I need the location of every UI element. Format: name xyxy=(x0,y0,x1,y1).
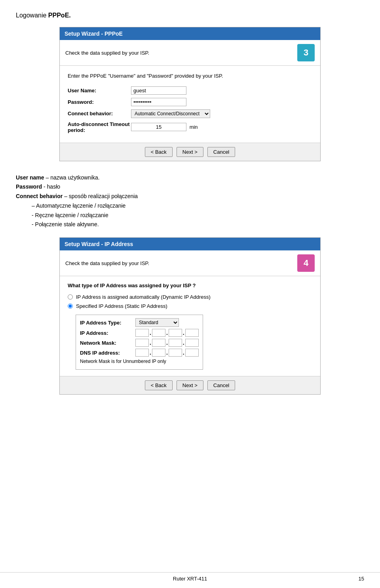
ip-dynamic-row[interactable]: IP Address is assigned automatically (Dy… xyxy=(68,294,312,300)
ip-top-bar: Check the data supplied by your ISP. 4 xyxy=(60,250,320,276)
pppoe-timeout-input[interactable] xyxy=(131,123,186,131)
desc-line4: – Automatyczne łączenie / rozłączanie xyxy=(16,201,364,211)
pppoe-connect-behavior-label: Connect behavior: xyxy=(68,111,131,116)
ip-dot3: . xyxy=(183,330,184,336)
footer-title: Ruter XRT-411 xyxy=(0,576,380,582)
ip-netmask-octet1[interactable] xyxy=(135,339,149,347)
pppoe-wizard-header: Setup Wizard - PPPoE xyxy=(60,27,320,40)
pppoe-header-label: Setup Wizard - PPPoE xyxy=(65,31,123,37)
footer-page-number: 15 xyxy=(359,576,364,582)
ip-netmask-fields: . . . xyxy=(135,339,199,347)
ip-dns-octet4[interactable] xyxy=(185,349,199,357)
heading-bold: PPPoE. xyxy=(48,12,71,19)
ip-wizard-box: Setup Wizard - IP Address Check the data… xyxy=(59,237,321,395)
ip-address-octet4[interactable] xyxy=(185,329,199,337)
ip-dns-row: DNS IP address: . . . xyxy=(80,349,199,357)
ip-netmask-octet2[interactable] xyxy=(152,339,165,347)
ip-static-row[interactable]: Specified IP Address (Static IP Address) xyxy=(68,303,312,309)
desc-line5: - Ręczne łączenie / rozłączanie xyxy=(16,211,364,220)
ip-dynamic-radio[interactable] xyxy=(68,294,73,300)
ip-note-row: Network Mask is for Unnumbered IP only xyxy=(80,359,199,364)
pppoe-timeout-unit: min xyxy=(190,124,198,130)
ip-address-octet2[interactable] xyxy=(152,329,165,337)
ip-address-octet1[interactable] xyxy=(135,329,149,337)
pppoe-connect-behavior-value[interactable]: Automatic Connect/Disconnect Manual Conn… xyxy=(131,109,210,118)
ip-address-octet3[interactable] xyxy=(169,329,182,337)
page-heading: Logowanie PPPoE. xyxy=(16,12,364,19)
pppoe-intro-text: Enter the PPPoE "Username" and "Password… xyxy=(68,72,312,80)
pppoe-timeout-value[interactable]: min xyxy=(131,123,198,131)
desc-line3: Connect behavior – sposób realizacji poł… xyxy=(16,192,364,201)
ip-dns-octet3[interactable] xyxy=(169,349,182,357)
pppoe-back-button[interactable]: < Back xyxy=(145,147,173,157)
desc-connect-bold: Connect behavior xyxy=(16,193,63,199)
ip-dot2: . xyxy=(166,330,168,336)
ip-dns-dot3: . xyxy=(183,349,184,356)
desc-password-bold: Password xyxy=(16,183,42,190)
page-footer: Ruter XRT-411 15 xyxy=(0,572,380,582)
pppoe-timeout-row: Auto-disconnect Timeout period: min xyxy=(68,121,312,133)
pppoe-password-row: Password: xyxy=(68,98,312,106)
ip-cancel-button[interactable]: Cancel xyxy=(207,380,235,390)
pppoe-connect-behavior-select[interactable]: Automatic Connect/Disconnect Manual Conn… xyxy=(131,109,210,118)
ip-wizard-body: What type of IP Address was assigned by … xyxy=(60,276,320,376)
desc-connect-rest: – sposób realizacji połączenia xyxy=(63,193,138,199)
ip-netmask-dot1: . xyxy=(150,340,151,346)
ip-netmask-row: Network Mask: . . . xyxy=(80,339,199,347)
ip-wizard-header: Setup Wizard - IP Address xyxy=(60,238,320,250)
ip-static-radio[interactable] xyxy=(68,304,73,309)
ip-header-label: Setup Wizard - IP Address xyxy=(65,241,133,247)
ip-next-button[interactable]: Next > xyxy=(177,380,203,390)
ip-dns-fields: . . . xyxy=(135,349,199,357)
ip-netmask-octet4[interactable] xyxy=(185,339,199,347)
ip-dns-dot1: . xyxy=(150,349,151,356)
pppoe-cancel-button[interactable]: Cancel xyxy=(207,147,235,157)
ip-dot1: . xyxy=(150,330,151,336)
pppoe-next-button[interactable]: Next > xyxy=(177,147,203,157)
ip-netmask-label: Network Mask: xyxy=(80,340,135,346)
ip-dns-label: DNS IP address: xyxy=(80,350,135,356)
ip-step-badge: 4 xyxy=(297,254,315,272)
pppoe-username-input[interactable] xyxy=(131,86,186,95)
ip-netmask-dot2: . xyxy=(166,340,168,346)
ip-netmask-dot3: . xyxy=(183,340,184,346)
desc-permanent-text: - Połączenie stale aktywne. xyxy=(32,221,99,227)
pppoe-badge-number: 3 xyxy=(304,48,308,58)
pppoe-top-text: Check the data supplied by your ISP. xyxy=(65,50,149,56)
ip-wizard-footer: < Back Next > Cancel xyxy=(60,376,320,394)
pppoe-password-input[interactable] xyxy=(131,98,186,106)
desc-username-rest: – nazwa użytkownika. xyxy=(44,174,100,181)
ip-netmask-octet3[interactable] xyxy=(169,339,182,347)
desc-password-rest: - hasło xyxy=(42,183,60,190)
ip-static-label: Specified IP Address (Static IP Address) xyxy=(76,303,167,309)
ip-address-fields: . . . xyxy=(135,329,199,337)
desc-username-bold: User name xyxy=(16,174,44,181)
ip-dns-dot2: . xyxy=(166,349,168,356)
ip-address-row: IP Address: . . . xyxy=(80,329,199,337)
ip-badge-number: 4 xyxy=(304,258,308,268)
ip-dns-octet2[interactable] xyxy=(152,349,165,357)
description-block: User name – nazwa użytkownika. Password … xyxy=(16,173,364,230)
ip-type-select[interactable]: Standard Unnumbered xyxy=(135,318,179,327)
desc-line1: User name – nazwa użytkownika. xyxy=(16,173,364,183)
pppoe-username-label: User Name: xyxy=(68,88,131,94)
desc-line2: Password - hasło xyxy=(16,182,364,192)
ip-question-text: What type of IP Address was assigned by … xyxy=(68,283,312,288)
ip-static-table: IP Address Type: Standard Unnumbered IP … xyxy=(76,315,203,370)
pppoe-password-label: Password: xyxy=(68,99,131,105)
pppoe-wizard-box: Setup Wizard - PPPoE Check the data supp… xyxy=(59,27,321,161)
ip-back-button[interactable]: < Back xyxy=(145,380,173,390)
pppoe-wizard-body: Enter the PPPoE "Username" and "Password… xyxy=(60,66,320,143)
pppoe-password-value[interactable] xyxy=(131,98,186,106)
pppoe-wizard-footer: < Back Next > Cancel xyxy=(60,143,320,161)
pppoe-step-badge: 3 xyxy=(297,44,315,61)
ip-type-label: IP Address Type: xyxy=(80,320,135,326)
ip-dns-octet1[interactable] xyxy=(135,349,149,357)
pppoe-timeout-label: Auto-disconnect Timeout period: xyxy=(68,121,131,133)
ip-dynamic-label: IP Address is assigned automatically (Dy… xyxy=(76,294,211,300)
desc-manual-text: - Ręczne łączenie / rozłączanie xyxy=(32,212,108,218)
pppoe-username-row: User Name: xyxy=(68,86,312,95)
pppoe-username-value[interactable] xyxy=(131,86,186,95)
heading-prefix: Logowanie xyxy=(16,12,48,19)
ip-top-text: Check the data supplied by your ISP. xyxy=(65,260,149,266)
